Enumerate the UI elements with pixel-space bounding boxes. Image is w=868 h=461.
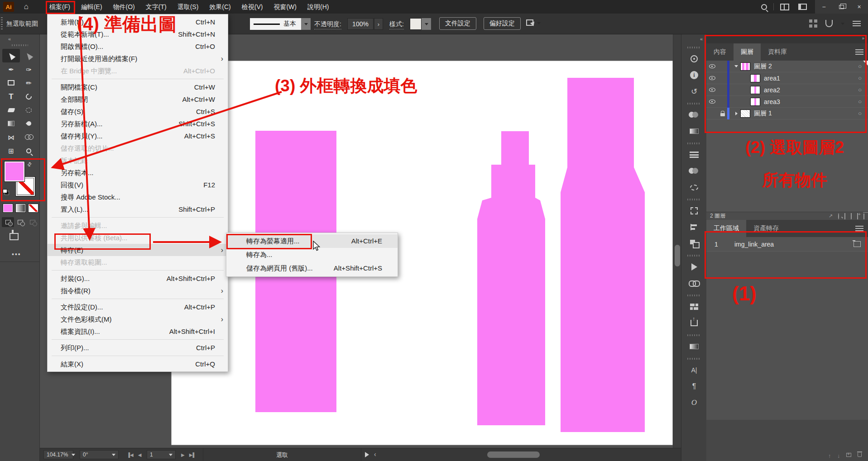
file-menu-item[interactable]: 文件色彩模式(M)›: [48, 313, 228, 325]
visibility-toggle[interactable]: [706, 88, 718, 92]
file-menu-item[interactable]: 共用以供審核 (Beta)...: [48, 232, 228, 244]
strip-collapse-icon[interactable]: «: [700, 36, 703, 42]
artboard-row[interactable]: 1img_link_area: [706, 237, 868, 252]
artboard-tab-資產轉存[interactable]: 資產轉存: [746, 220, 786, 237]
export-submenu-item[interactable]: 轉存為...: [226, 248, 398, 261]
panel-group-drag-handle[interactable]: [687, 255, 701, 257]
layer-row[interactable]: 圖層 1○: [706, 108, 868, 119]
menubar-item-4[interactable]: 文字(T): [140, 0, 172, 14]
first-artboard-icon[interactable]: ▐◀: [127, 452, 134, 457]
file-menu-item[interactable]: 儲存(S)Ctrl+S: [48, 105, 228, 118]
controlbar-grip[interactable]: [1, 17, 3, 31]
file-menu-item[interactable]: 轉存選取範圍...: [48, 256, 228, 268]
transparency-panel-icon[interactable]: [685, 164, 703, 178]
layer-expand-toggle[interactable]: [732, 112, 740, 115]
layer-thumbnail[interactable]: [740, 62, 750, 71]
layer-name[interactable]: 圖層 1: [754, 109, 858, 118]
document-setup-button[interactable]: 文件設定: [439, 17, 476, 30]
artboard-nav-dropdown[interactable]: 1: [147, 450, 176, 459]
file-menu-item[interactable]: 在 Bridge 中瀏覽...Alt+Ctrl+O: [48, 65, 228, 77]
file-menu-item[interactable]: 關閉檔案(C)Ctrl+W: [48, 81, 228, 93]
eyedropper-tool[interactable]: [20, 117, 38, 130]
file-menu-item[interactable]: 儲存選取的切片...: [48, 142, 228, 154]
selection-tool[interactable]: [2, 49, 20, 62]
opentype-panel-icon[interactable]: O: [685, 395, 703, 410]
visibility-toggle[interactable]: [706, 64, 718, 68]
stroke-style-chevron[interactable]: [301, 18, 311, 30]
character-panel-icon[interactable]: A|: [685, 363, 703, 377]
make-clip-mask-icon[interactable]: [844, 214, 845, 219]
layer-thumbnail[interactable]: [750, 74, 760, 82]
layer-target-circle[interactable]: ○: [858, 75, 862, 81]
fill-swatch[interactable]: [4, 161, 25, 182]
vertical-scrollbar-thumb[interactable]: [675, 245, 680, 266]
new-artboard-icon[interactable]: [846, 453, 851, 457]
arrange-chevron[interactable]: [537, 22, 541, 24]
restore-button[interactable]: [833, 0, 850, 14]
menubar-item-9[interactable]: 說明(H): [302, 0, 334, 14]
layers-tab-內容[interactable]: 內容: [706, 43, 734, 61]
file-menu-item[interactable]: 封裝(G)...Alt+Shift+Ctrl+P: [48, 272, 228, 285]
asset-export-panel-icon[interactable]: [685, 316, 703, 330]
last-artboard-icon[interactable]: ▶▌: [189, 452, 196, 457]
draw-behind-mode[interactable]: [14, 217, 26, 227]
zoom-tool[interactable]: [20, 144, 38, 157]
minimize-button[interactable]: −: [815, 0, 833, 14]
screen-mode-button[interactable]: [12, 231, 27, 242]
new-layer-icon[interactable]: [857, 214, 858, 219]
stroke-panel-icon[interactable]: [685, 147, 703, 162]
menubar-item-1[interactable]: 檔案(F): [44, 0, 76, 14]
file-menu-item[interactable]: 開啟舊檔(O)...Ctrl+O: [48, 40, 228, 52]
gradient-tool[interactable]: [2, 117, 20, 130]
file-menu-item[interactable]: 檔案資訊(I)...Alt+Shift+Ctrl+I: [48, 325, 228, 337]
edit-toolbar-icon[interactable]: •••: [12, 251, 21, 258]
panel-group-header[interactable]: »: [706, 34, 868, 43]
menubar-item-3[interactable]: 物件(O): [108, 0, 140, 14]
file-menu-item[interactable]: 版本記錄: [48, 154, 228, 166]
graphic-style-swatch[interactable]: [410, 18, 422, 30]
snap-chevron[interactable]: [841, 23, 844, 25]
layer-target-circle[interactable]: ○: [858, 86, 862, 93]
file-menu-item[interactable]: 回復(V)F12: [48, 179, 228, 191]
preferences-button[interactable]: 偏好設定: [484, 17, 521, 30]
menubar-item-2[interactable]: 編輯(E): [76, 0, 108, 14]
menubar-item-8[interactable]: 視窗(W): [268, 0, 302, 14]
shape-builder-tool[interactable]: [20, 130, 38, 144]
layer-expand-toggle[interactable]: [732, 65, 740, 67]
layer-row[interactable]: 圖層 2○: [706, 61, 868, 72]
file-menu-item[interactable]: 另存新檔(A)...Shift+Ctrl+S: [48, 118, 228, 130]
style-chevron[interactable]: [422, 18, 431, 30]
color-panel-icon[interactable]: [685, 108, 703, 122]
artboard-name[interactable]: img_link_area: [726, 241, 854, 248]
file-menu-item[interactable]: 搜尋 Adobe Stock...: [48, 191, 228, 203]
next-artboard-icon[interactable]: ▶: [181, 452, 185, 457]
layer-name[interactable]: 圖層 2: [754, 62, 858, 71]
file-menu-item[interactable]: 邀請參與編輯...: [48, 219, 228, 232]
dashed-selection-panel-icon[interactable]: [685, 180, 703, 195]
none-button[interactable]: [28, 204, 38, 213]
file-menu-item[interactable]: 結束(X)Ctrl+Q: [48, 358, 228, 370]
rectangle-tool[interactable]: [2, 76, 20, 90]
panel-group-drag-handle[interactable]: [687, 295, 701, 296]
pen-tool[interactable]: ✒: [2, 62, 20, 76]
vertical-scrollbar[interactable]: [673, 34, 681, 448]
align-grid-icon[interactable]: [809, 19, 817, 28]
default-fill-stroke-icon[interactable]: [3, 189, 10, 195]
visibility-toggle[interactable]: [706, 76, 718, 80]
file-menu-item[interactable]: 文件設定(D)...Alt+Ctrl+P: [48, 301, 228, 313]
prev-artboard-icon[interactable]: ◀: [138, 452, 142, 457]
move-up-icon[interactable]: ↑: [828, 453, 831, 459]
gradient-button[interactable]: [15, 204, 26, 213]
style-label[interactable]: 樣式:: [389, 20, 404, 29]
gradient-tool-panel-icon[interactable]: [685, 339, 703, 354]
rotation-dropdown[interactable]: 0°: [80, 450, 119, 459]
arrange-documents-icon[interactable]: [798, 4, 807, 10]
layer-thumbnail[interactable]: [740, 109, 750, 118]
stroke-style-dropdown[interactable]: 基本: [250, 18, 301, 30]
shaper-tool[interactable]: [20, 103, 38, 117]
artboard-panel-menu-icon[interactable]: [855, 226, 863, 231]
opacity-label[interactable]: 不透明度:: [314, 20, 341, 29]
controlbar-menu-icon[interactable]: [853, 21, 861, 26]
new-sublayer-icon[interactable]: [851, 214, 852, 219]
history-panel-icon[interactable]: ↺: [685, 84, 703, 99]
